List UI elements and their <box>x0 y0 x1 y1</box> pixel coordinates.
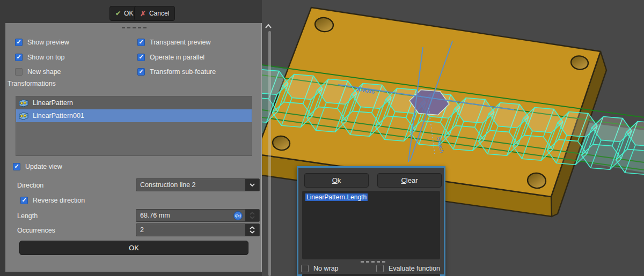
task-panel: Show preview Transparent preview Show on… <box>5 23 262 272</box>
new-shape-checkbox[interactable] <box>15 68 23 76</box>
occurrences-field[interactable]: 2 <box>136 223 260 236</box>
occurrences-label: Occurrences <box>17 227 55 234</box>
expression-input[interactable]: LinearPattern.Length <box>302 191 440 259</box>
option-new-shape[interactable]: New shape <box>15 68 61 76</box>
transformations-list[interactable]: LinearPattern LinearPattern001 <box>16 96 252 156</box>
reverse-direction-checkbox[interactable] <box>20 197 28 204</box>
option-show-preview[interactable]: Show preview <box>15 39 69 46</box>
direction-value: Construction line 2 <box>136 181 245 189</box>
expression-editor-dialog: Ok Clear LinearPattern.Length No wrap Ev… <box>297 166 445 276</box>
spinner-arrows-icon <box>249 212 255 219</box>
linear-pattern-icon <box>19 99 28 107</box>
direction-label: Direction <box>17 182 43 189</box>
freecad-window: X-Axis Sketch OK Cancel Show preview Tra… <box>0 0 644 276</box>
operate-in-parallel-label: Operate in parallel <box>150 54 204 61</box>
scroll-up-arrow-icon[interactable] <box>264 23 273 30</box>
option-evaluate-function[interactable]: Evaluate function <box>376 265 440 272</box>
length-spin-buttons[interactable] <box>245 210 259 221</box>
expression-selected-text: LinearPattern.Length <box>305 193 368 201</box>
new-shape-label: New shape <box>27 68 61 76</box>
option-show-on-top[interactable]: Show on top <box>15 54 65 61</box>
panel-drag-handle[interactable] <box>122 27 147 28</box>
update-view-label: Update view <box>25 163 62 170</box>
expression-clear-button[interactable]: Clear <box>377 173 442 188</box>
transformations-section-label: Transformations <box>8 80 56 87</box>
result-area <box>302 274 440 276</box>
show-preview-label: Show preview <box>27 39 69 46</box>
occurrences-value: 2 <box>136 226 245 234</box>
list-item-linearpattern[interactable]: LinearPattern <box>16 96 252 109</box>
operate-in-parallel-checkbox[interactable] <box>137 54 145 61</box>
show-preview-checkbox[interactable] <box>15 39 23 46</box>
length-value: 68.76 mm <box>136 212 233 219</box>
panel-scrollbar[interactable] <box>268 31 271 276</box>
chevron-down-icon <box>249 183 255 187</box>
toolbar-cancel-button[interactable]: Cancel <box>134 6 175 21</box>
list-item-label: LinearPattern001 <box>33 112 84 120</box>
direction-combobox[interactable]: Construction line 2 <box>136 178 260 191</box>
option-reverse-direction[interactable]: Reverse direction <box>20 197 85 204</box>
evaluate-function-checkbox[interactable] <box>376 265 384 272</box>
toolbar-cancel-label: Cancel <box>149 10 169 17</box>
length-label: Length <box>17 212 38 220</box>
combo-dropdown-segment[interactable] <box>245 179 259 191</box>
no-wrap-label: No wrap <box>313 265 339 272</box>
list-item-linearpattern001[interactable]: LinearPattern001 <box>16 109 252 122</box>
evaluate-function-label: Evaluate function <box>389 265 440 272</box>
option-transform-sub-feature[interactable]: Transform sub-feature <box>137 68 216 76</box>
toolbar: OK Cancel <box>0 0 262 23</box>
linear-pattern-icon <box>19 112 28 120</box>
transform-sub-feature-checkbox[interactable] <box>137 68 145 76</box>
transform-sub-feature-label: Transform sub-feature <box>150 68 216 76</box>
dialog-drag-handle[interactable] <box>361 261 385 263</box>
toolbar-ok-label: OK <box>124 10 133 17</box>
reverse-direction-label: Reverse direction <box>33 197 85 204</box>
spinner-arrows-icon <box>249 226 255 234</box>
panel-ok-button[interactable]: OK <box>19 241 248 255</box>
expression-ok-button[interactable]: Ok <box>304 173 369 188</box>
expression-fx-icon[interactable]: f(x) <box>233 211 243 220</box>
list-item-label: LinearPattern <box>33 99 73 107</box>
transparent-preview-label: Transparent preview <box>150 39 210 46</box>
option-operate-in-parallel[interactable]: Operate in parallel <box>137 54 204 61</box>
option-update-view[interactable]: Update view <box>13 163 62 170</box>
show-on-top-label: Show on top <box>27 54 65 61</box>
length-field[interactable]: 68.76 mm f(x) <box>136 209 260 222</box>
transparent-preview-checkbox[interactable] <box>137 39 145 46</box>
option-transparent-preview[interactable]: Transparent preview <box>137 39 210 46</box>
checkmark-icon <box>115 10 121 17</box>
no-wrap-checkbox[interactable] <box>301 265 309 272</box>
option-no-wrap[interactable]: No wrap <box>301 265 339 272</box>
update-view-checkbox[interactable] <box>13 163 20 170</box>
occurrences-spin-buttons[interactable] <box>245 224 259 236</box>
cross-icon <box>140 10 146 18</box>
show-on-top-checkbox[interactable] <box>15 54 23 61</box>
